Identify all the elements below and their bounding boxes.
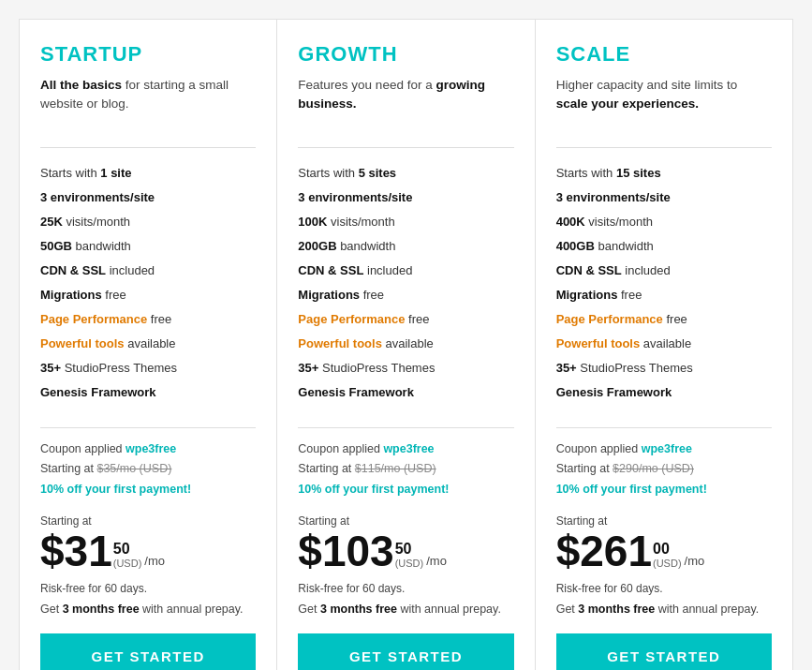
price-row: $10350(USD)/mo	[298, 529, 513, 573]
feature-item: Genesis Framework	[556, 380, 772, 405]
plan-desc-growth: Features you need for a growing business…	[298, 76, 513, 125]
feature-item: 35+ StudioPress Themes	[40, 356, 256, 380]
feature-item: Page Performance free	[556, 307, 772, 332]
risk-free-text: Risk-free for 60 days.	[298, 582, 513, 595]
starting-at-label: Starting at	[556, 514, 772, 528]
feature-item: Page Performance free	[298, 307, 513, 332]
plan-card-growth: GROWTHFeatures you need for a growing bu…	[276, 19, 534, 670]
discount-text: 10% off your first payment!	[298, 483, 449, 496]
price-cents-block: 00(USD)	[653, 541, 682, 569]
divider-middle	[556, 427, 772, 428]
price-row: $3150(USD)/mo	[40, 529, 256, 573]
coupon-code: wpe3free	[642, 442, 692, 455]
annual-note: Get 3 months free with annual prepay.	[556, 601, 772, 618]
feature-item: 200GB bandwidth	[298, 234, 513, 259]
coupon-section-startup: Coupon applied wpe3free Starting at $35/…	[40, 439, 256, 499]
price-whole: $261	[556, 529, 652, 573]
risk-free-text: Risk-free for 60 days.	[40, 582, 256, 595]
plan-desc-startup: All the basics for starting a small webs…	[40, 76, 256, 125]
divider-top	[298, 147, 513, 148]
price-per-month: /mo	[144, 555, 165, 567]
pricing-container: STARTUPAll the basics for starting a sma…	[19, 19, 793, 670]
feature-item: 3 environments/site	[556, 186, 772, 210]
price-section-scale: Starting at$26100(USD)/mo	[556, 514, 772, 576]
features-list-startup: Starts with 1 site3 environments/site25K…	[40, 161, 256, 405]
price-row: $26100(USD)/mo	[556, 529, 772, 573]
feature-item: 50GB bandwidth	[40, 234, 256, 259]
feature-item: 100K visits/month	[298, 210, 513, 234]
feature-item: Genesis Framework	[40, 380, 256, 405]
feature-item: 3 environments/site	[40, 186, 256, 210]
feature-item: Powerful tools available	[298, 332, 513, 356]
get-started-button-scale[interactable]: GET STARTED	[556, 633, 772, 671]
plan-card-scale: SCALEHigher capacity and site limits to …	[535, 19, 793, 670]
feature-item: 400K visits/month	[556, 210, 772, 234]
feature-item: 3 environments/site	[298, 186, 513, 210]
plan-title-startup: STARTUP	[40, 42, 256, 67]
feature-item: Migrations free	[556, 283, 772, 307]
price-cents: 00	[653, 541, 682, 558]
plan-title-scale: SCALE	[556, 42, 772, 67]
price-usd: (USD)	[113, 558, 142, 569]
coupon-code: wpe3free	[125, 442, 176, 455]
divider-middle	[298, 427, 513, 428]
starting-at-label: Starting at	[298, 514, 513, 528]
features-list-growth: Starts with 5 sites3 environments/site10…	[298, 161, 513, 405]
divider-middle	[40, 427, 256, 428]
price-whole: $31	[40, 529, 112, 573]
feature-item: Powerful tools available	[556, 332, 772, 356]
feature-item: 25K visits/month	[40, 210, 256, 234]
plan-title-growth: GROWTH	[298, 42, 513, 67]
feature-item: Migrations free	[40, 283, 256, 307]
price-whole: $103	[298, 529, 393, 573]
annual-note: Get 3 months free with annual prepay.	[40, 601, 256, 618]
plan-card-startup: STARTUPAll the basics for starting a sma…	[19, 19, 276, 670]
feature-item: CDN & SSL included	[556, 259, 772, 283]
risk-free-text: Risk-free for 60 days.	[556, 582, 772, 595]
price-cents: 50	[113, 541, 142, 558]
coupon-section-scale: Coupon applied wpe3free Starting at $290…	[556, 439, 772, 499]
feature-item: Migrations free	[298, 283, 513, 307]
get-started-button-startup[interactable]: GET STARTED	[40, 633, 256, 671]
plan-desc-scale: Higher capacity and site limits to scale…	[556, 76, 772, 125]
annual-note: Get 3 months free with annual prepay.	[298, 601, 513, 618]
original-price: $290/mo (USD)	[613, 462, 694, 475]
discount-text: 10% off your first payment!	[40, 483, 191, 496]
price-section-startup: Starting at$3150(USD)/mo	[40, 514, 256, 576]
feature-item: CDN & SSL included	[40, 259, 256, 283]
price-per-month: /mo	[685, 555, 705, 567]
divider-top	[556, 147, 772, 148]
coupon-code: wpe3free	[383, 442, 434, 455]
feature-item: CDN & SSL included	[298, 259, 513, 283]
price-section-growth: Starting at$10350(USD)/mo	[298, 514, 513, 576]
feature-item: Starts with 15 sites	[556, 161, 772, 186]
price-per-month: /mo	[426, 555, 447, 567]
price-cents-block: 50(USD)	[113, 541, 142, 569]
discount-text: 10% off your first payment!	[556, 483, 707, 496]
feature-item: 35+ StudioPress Themes	[556, 356, 772, 380]
feature-item: Starts with 1 site	[40, 161, 256, 186]
feature-item: Page Performance free	[40, 307, 256, 332]
price-cents: 50	[395, 541, 424, 558]
price-usd: (USD)	[653, 558, 682, 569]
coupon-section-growth: Coupon applied wpe3free Starting at $115…	[298, 439, 513, 499]
divider-top	[40, 147, 256, 148]
feature-item: 400GB bandwidth	[556, 234, 772, 259]
price-usd: (USD)	[395, 558, 424, 569]
features-list-scale: Starts with 15 sites3 environments/site4…	[556, 161, 772, 405]
feature-item: 35+ StudioPress Themes	[298, 356, 513, 380]
feature-item: Starts with 5 sites	[298, 161, 513, 186]
feature-item: Genesis Framework	[298, 380, 513, 405]
original-price: $115/mo (USD)	[355, 462, 436, 475]
original-price: $35/mo (USD)	[96, 462, 171, 475]
price-cents-block: 50(USD)	[395, 541, 424, 569]
feature-item: Powerful tools available	[40, 332, 256, 356]
starting-at-label: Starting at	[40, 514, 256, 528]
get-started-button-growth[interactable]: GET STARTED	[298, 633, 513, 671]
